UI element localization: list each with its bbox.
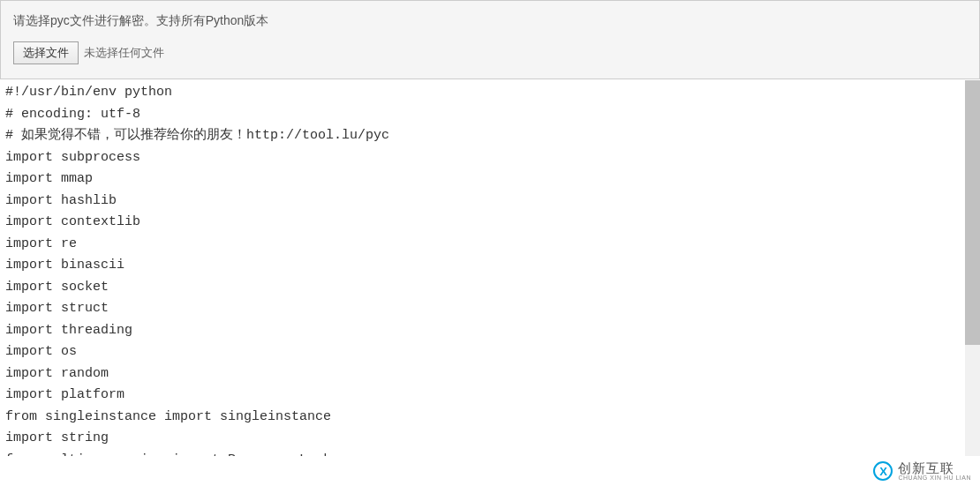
watermark-logo: 创新互联 CHUANG XIN HU LIAN [870,460,975,482]
code-output-container: #!/usr/bin/env python# encoding: utf-8# … [0,79,980,456]
code-line: import struct [5,298,975,320]
brand-icon [873,461,893,481]
scrollbar-track[interactable] [965,80,980,456]
scrollbar-thumb[interactable] [965,80,980,345]
code-line: import platform [5,385,975,407]
code-line: import contextlib [5,212,975,234]
choose-file-button[interactable]: 选择文件 [13,41,79,64]
code-line: # 如果觉得不错，可以推荐给你的朋友！http://tool.lu/pyc [5,125,975,147]
code-line: import random [5,363,975,385]
code-line: import binascii [5,255,975,277]
code-line: import socket [5,277,975,299]
code-line: import os [5,341,975,363]
upload-description: 请选择pyc文件进行解密。支持所有Python版本 [13,13,967,29]
code-line: import string [5,428,975,450]
code-line: #!/usr/bin/env python [5,82,975,104]
code-line: from multiprocessing import Process, Loc… [5,450,975,457]
no-file-selected-text: 未选择任何文件 [84,45,164,61]
upload-panel: 请选择pyc文件进行解密。支持所有Python版本 选择文件 未选择任何文件 [0,0,980,79]
code-line: from singleinstance import singleinstanc… [5,407,975,429]
file-selector-row: 选择文件 未选择任何文件 [13,41,967,64]
decompiled-code[interactable]: #!/usr/bin/env python# encoding: utf-8# … [0,80,980,456]
code-line: import hashlib [5,191,975,213]
code-line: # encoding: utf-8 [5,104,975,126]
code-line: import threading [5,320,975,342]
code-line: import re [5,234,975,256]
code-line: import subprocess [5,147,975,169]
code-line: import mmap [5,168,975,191]
watermark-main-text: 创新互联 [898,461,971,475]
watermark-sub-text: CHUANG XIN HU LIAN [898,475,971,481]
watermark-text: 创新互联 CHUANG XIN HU LIAN [898,461,971,481]
